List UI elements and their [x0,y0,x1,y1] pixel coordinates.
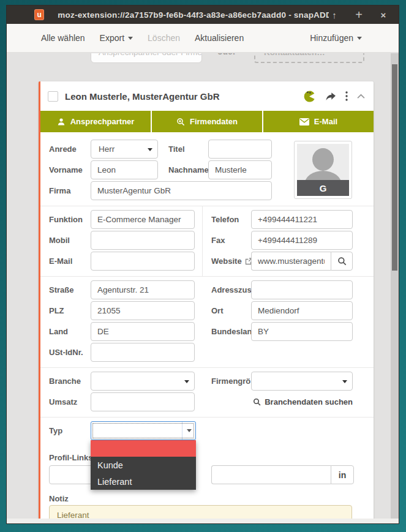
window-titlebar: u moz-extension://2a7157b9-fe6b-44f3-a83… [7,6,399,24]
field-label-land: Land [49,327,91,336]
field-label-ustidnr: USt-IdNr. [49,348,91,357]
business-card-dropzone[interactable]: Kontaktdaten… [254,53,364,63]
avatar[interactable]: G [294,141,352,199]
strasse-input[interactable] [91,280,195,299]
typ-option-kunde[interactable]: Kunde [91,457,196,473]
person-icon [57,118,66,126]
linkedin-button[interactable]: in [331,465,354,484]
field-label-umsatz: Umsatz [49,397,91,406]
field-label-firmengroesse: Firmengrö… [211,377,251,386]
search-plus-icon [176,118,185,126]
window-maximize-button[interactable]: ↑ [329,10,340,20]
bundesland-input[interactable] [251,322,353,341]
mobil-input[interactable] [91,231,195,250]
section-contact: Funktion Telefon Mobil Fax E-Mail Websit… [40,206,374,276]
field-label-vorname: Vorname [49,165,91,174]
vorname-input[interactable] [91,160,158,179]
funktion-input[interactable] [91,210,195,229]
select-all-button[interactable]: Alle wählen [41,33,85,43]
window-title: moz-extension://2a7157b9-fe6b-44f3-a83e-… [58,10,329,20]
branchendaten-suchen-link[interactable]: Branchendaten suchen [253,397,353,406]
avatar-silhouette-head [312,148,334,171]
tab-firmendaten[interactable]: Firmendaten [152,111,262,132]
plz-input[interactable] [91,301,195,320]
typ-option-empty[interactable] [91,440,196,457]
snapaddy-grabber-icon[interactable] [303,90,316,103]
adresszusatz-input[interactable] [251,280,353,299]
vertical-scrollbar[interactable] [391,53,399,520]
linkedin-icon: in [339,470,346,480]
window-footer-strip [7,519,399,523]
titel-input[interactable] [208,140,272,159]
field-label-ort: Ort [211,306,251,315]
notiz-textarea[interactable]: Lieferant [49,505,352,520]
email-input[interactable] [91,252,195,271]
chevron-down-icon [187,429,192,432]
section-misc: Typ Kunde Lieferant Profil-Links [40,417,374,520]
connector-text: oder [217,53,236,56]
collapse-chevron-up-icon[interactable] [357,94,365,99]
field-label-notiz: Notiz [49,494,374,503]
field-label-fax: Fax [211,236,251,245]
field-label-bundesland: Bundesland [211,327,251,336]
scrollbar-thumb[interactable] [392,64,397,271]
content-area: Ansprechpartner oder Firmendaten sa… ode… [7,53,399,520]
umsatz-input[interactable] [91,392,195,411]
field-label-titel: Titel [168,144,208,154]
field-label-website: Website [211,257,251,266]
export-menu-button[interactable]: Export [100,33,133,43]
magnifier-icon [337,257,347,266]
search-row: Ansprechpartner oder Firmendaten sa… ode… [7,53,399,63]
action-toolbar: Alle wählen Export Löschen Aktualisieren… [7,24,399,53]
magnifier-icon [253,398,261,406]
section-person: Anrede Herr Titel Vorname Nachname Firma [40,132,374,206]
typ-select-arrow[interactable] [182,422,195,440]
delete-button: Löschen [148,33,180,43]
refresh-button[interactable]: Aktualisieren [195,33,244,43]
contact-card: Leon Musterle, MusterAgentur GbR [39,81,374,520]
anrede-select[interactable]: Herr [91,140,158,159]
firmengroesse-select[interactable] [251,372,353,391]
typ-dropdown-menu: Kunde Lieferant [91,440,196,490]
nachname-input[interactable] [208,160,272,179]
envelope-icon [299,118,309,126]
search-input[interactable]: Ansprechpartner oder Firmendaten sa… [91,53,202,63]
tab-ansprechpartner[interactable]: Ansprechpartner [40,111,151,132]
section-address: Straße Adresszus… PLZ Ort Land Bundeslan… [40,276,374,367]
telefon-input[interactable] [251,210,353,229]
chevron-down-icon [342,380,347,383]
branche-select[interactable] [91,372,195,391]
field-label-anrede: Anrede [49,144,91,154]
website-input[interactable] [251,252,331,271]
ort-input[interactable] [251,301,353,320]
fax-input[interactable] [251,231,353,250]
field-label-nachname: Nachname [168,165,208,174]
window-new-tab-button[interactable]: + [353,8,364,22]
field-label-typ: Typ [49,426,91,435]
profil-link-linkedin-input[interactable] [211,465,331,484]
tab-email[interactable]: E-Mail [263,111,374,132]
typ-select[interactable] [91,421,196,440]
kebab-menu-icon[interactable] [345,91,348,101]
typ-option-lieferant[interactable]: Lieferant [91,473,196,490]
field-label-adresszusatz: Adresszus… [211,285,251,294]
add-menu-button[interactable]: Hinzufügen [310,33,362,43]
field-label-funktion: Funktion [49,215,91,224]
google-badge: G [297,180,349,196]
field-label-strasse: Straße [49,285,91,294]
firma-input[interactable] [91,181,272,200]
card-header: Leon Musterle, MusterAgentur GbR [40,81,374,111]
snapaddy-app-icon: u [34,9,44,20]
land-input[interactable] [91,322,195,341]
chevron-down-icon [184,380,189,383]
window-close-button[interactable]: × [378,10,389,20]
field-label-firma: Firma [49,186,91,195]
field-label-telefon: Telefon [211,215,251,224]
website-search-button[interactable] [331,252,353,271]
ustidnr-input[interactable] [91,343,195,362]
chevron-down-icon [128,37,133,40]
card-tabs: Ansprechpartner Firmendaten E-M [40,111,374,132]
contact-checkbox[interactable] [48,91,58,102]
external-link-icon[interactable] [245,258,251,265]
share-forward-icon[interactable] [325,92,336,101]
